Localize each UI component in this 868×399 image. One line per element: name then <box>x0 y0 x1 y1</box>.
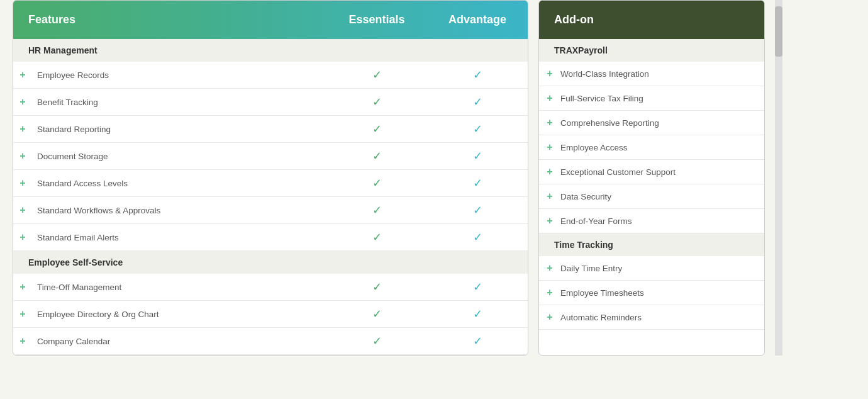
check-essentials: ✓ <box>372 231 382 244</box>
addon-name: Data Security <box>560 192 764 201</box>
feature-name: Employee Directory & Org Chart <box>32 310 326 319</box>
features-panel: Features Essentials Advantage HR Managem… <box>13 0 528 356</box>
check-advantage: ✓ <box>473 150 482 162</box>
addon-row-comprehensive-reporting: + Comprehensive Reporting <box>539 111 764 135</box>
addon-name: Employee Timesheets <box>560 288 764 298</box>
section-traxpayroll: TRAXPayroll <box>539 39 764 62</box>
addon-name: Automatic Reminders <box>560 313 764 322</box>
addon-name: End-of-Year Forms <box>560 216 764 226</box>
features-header: Features Essentials Advantage <box>13 1 528 39</box>
plus-icon[interactable]: + <box>539 166 560 177</box>
addon-row-employee-timesheets: + Employee Timesheets <box>539 281 764 305</box>
section-time-tracking: Time Tracking <box>539 233 764 256</box>
check-essentials: ✓ <box>372 123 382 135</box>
row-standard-workflows: + Standard Workflows & Approvals ✓ ✓ <box>13 197 528 224</box>
check-advantage: ✓ <box>473 204 482 216</box>
addon-row-end-of-year-forms: + End-of-Year Forms <box>539 209 764 233</box>
addon-name: Full-Service Tax Filing <box>560 94 764 103</box>
plus-icon[interactable]: + <box>539 191 560 202</box>
feature-name: Time-Off Management <box>32 283 326 292</box>
addon-row-data-security: + Data Security <box>539 184 764 209</box>
addon-name: Daily Time Entry <box>560 264 764 273</box>
feature-name: Standard Email Alerts <box>32 233 326 242</box>
addon-row-employee-access: + Employee Access <box>539 135 764 160</box>
check-advantage: ✓ <box>473 96 482 108</box>
addon-row-full-service-tax-filing: + Full-Service Tax Filing <box>539 86 764 111</box>
addon-header: Add-on <box>539 1 764 39</box>
plus-icon[interactable]: + <box>539 68 560 79</box>
addon-panel: Add-on TRAXPayroll + World-Class Integra… <box>538 0 765 356</box>
plus-icon[interactable]: + <box>13 281 32 293</box>
check-advantage: ✓ <box>473 281 482 293</box>
scrollbar-thumb[interactable] <box>775 6 782 57</box>
essentials-col-label: Essentials <box>326 1 427 39</box>
scrollbar[interactable] <box>775 0 782 356</box>
check-essentials: ✓ <box>372 308 382 320</box>
plus-icon[interactable]: + <box>539 312 560 323</box>
plus-icon[interactable]: + <box>539 287 560 298</box>
plus-icon[interactable]: + <box>539 262 560 274</box>
feature-name: Employee Records <box>32 70 326 80</box>
check-essentials: ✓ <box>372 177 382 189</box>
row-employee-directory: + Employee Directory & Org Chart ✓ ✓ <box>13 301 528 328</box>
row-document-storage: + Document Storage ✓ ✓ <box>13 143 528 170</box>
addon-row-exceptional-customer-support: + Exceptional Customer Support <box>539 160 764 184</box>
plus-icon[interactable]: + <box>13 150 32 162</box>
plus-icon[interactable]: + <box>539 142 560 153</box>
check-essentials: ✓ <box>372 204 382 216</box>
check-essentials: ✓ <box>372 335 382 347</box>
check-essentials: ✓ <box>372 96 382 108</box>
check-essentials: ✓ <box>372 281 382 293</box>
plus-icon[interactable]: + <box>13 123 32 135</box>
row-standard-email-alerts: + Standard Email Alerts ✓ ✓ <box>13 224 528 251</box>
plus-icon[interactable]: + <box>13 232 32 243</box>
addon-row-daily-time-entry: + Daily Time Entry <box>539 256 764 281</box>
feature-name: Company Calendar <box>32 337 326 346</box>
row-standard-access-levels: + Standard Access Levels ✓ ✓ <box>13 170 528 197</box>
addon-name: Exceptional Customer Support <box>560 167 764 177</box>
advantage-col-label: Advantage <box>427 1 528 39</box>
addon-row-automatic-reminders: + Automatic Reminders <box>539 305 764 330</box>
row-employee-records: + Employee Records ✓ ✓ <box>13 62 528 89</box>
check-advantage: ✓ <box>473 231 482 244</box>
addon-name: Employee Access <box>560 143 764 152</box>
addon-name: World-Class Integration <box>560 69 764 79</box>
check-advantage: ✓ <box>473 335 482 347</box>
row-time-off-management: + Time-Off Management ✓ ✓ <box>13 274 528 301</box>
plus-icon[interactable]: + <box>13 177 32 189</box>
feature-name: Standard Reporting <box>32 125 326 134</box>
row-company-calendar: + Company Calendar ✓ ✓ <box>13 328 528 355</box>
section-hr-management: HR Management <box>13 39 528 62</box>
check-advantage: ✓ <box>473 123 482 135</box>
plus-icon[interactable]: + <box>539 93 560 104</box>
plus-icon[interactable]: + <box>13 205 32 216</box>
plus-icon[interactable]: + <box>13 69 32 81</box>
check-essentials: ✓ <box>372 150 382 162</box>
check-advantage: ✓ <box>473 308 482 320</box>
feature-name: Document Storage <box>32 152 326 161</box>
feature-name: Standard Access Levels <box>32 179 326 188</box>
check-advantage: ✓ <box>473 69 482 81</box>
addon-name: Comprehensive Reporting <box>560 118 764 128</box>
row-standard-reporting: + Standard Reporting ✓ ✓ <box>13 116 528 143</box>
features-col-label: Features <box>13 1 326 39</box>
plus-icon[interactable]: + <box>13 335 32 347</box>
addon-row-world-class-integration: + World-Class Integration <box>539 62 764 86</box>
section-employee-self-service: Employee Self-Service <box>13 251 528 274</box>
plus-icon[interactable]: + <box>539 117 560 128</box>
plus-icon[interactable]: + <box>13 96 32 108</box>
feature-name: Standard Workflows & Approvals <box>32 206 326 215</box>
check-essentials: ✓ <box>372 69 382 81</box>
check-advantage: ✓ <box>473 177 482 189</box>
row-benefit-tracking: + Benefit Tracking ✓ ✓ <box>13 89 528 116</box>
plus-icon[interactable]: + <box>539 215 560 227</box>
feature-name: Benefit Tracking <box>32 98 326 107</box>
plus-icon[interactable]: + <box>13 308 32 320</box>
